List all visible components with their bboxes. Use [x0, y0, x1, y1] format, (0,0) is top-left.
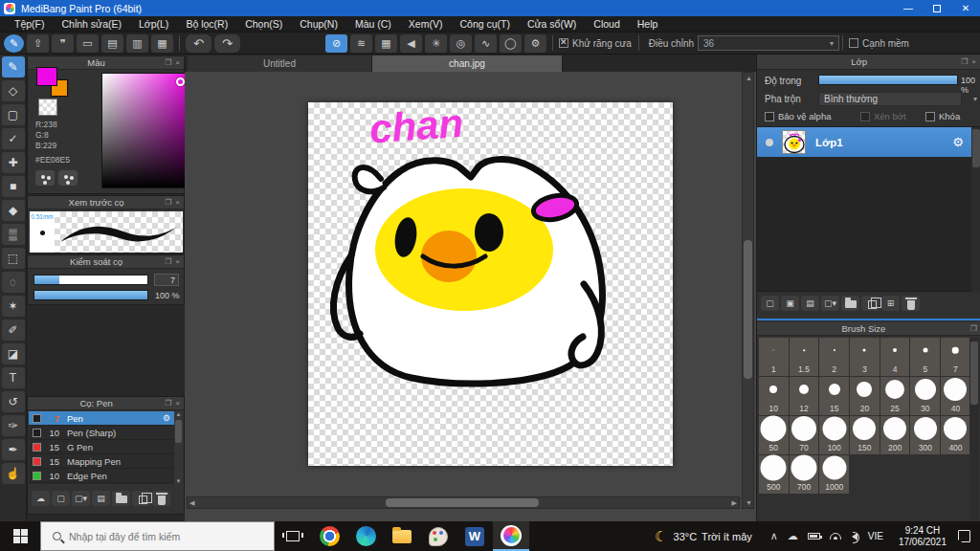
weather-desc[interactable]: Trời ít mây	[702, 531, 752, 542]
fill-rect-tool-button[interactable]: ■	[2, 176, 25, 197]
undo-button[interactable]: ↶	[186, 34, 212, 53]
brush-size-cell-3[interactable]: 3	[850, 338, 880, 376]
brush-size-cell-50[interactable]: 50	[759, 416, 789, 454]
menu-item-0[interactable]: Tệp(F)	[6, 16, 54, 33]
weather-temp[interactable]: 33°C	[674, 531, 698, 542]
popout-icon[interactable]: ❐	[165, 257, 171, 266]
hand-tool-button[interactable]: ☝	[2, 463, 25, 484]
brush-size-cell-2[interactable]: 2	[819, 338, 849, 376]
scroll-left-icon[interactable]: ◀	[189, 497, 194, 508]
saturation-value-picker[interactable]	[101, 73, 189, 188]
soft-edge-checkbox[interactable]	[849, 38, 858, 48]
merge-layer-button[interactable]: ⊞	[881, 296, 900, 311]
snap-grid-button[interactable]: ▦	[375, 34, 397, 53]
upload-button[interactable]: ⇧	[27, 34, 49, 53]
add-layer-button[interactable]: ▢	[761, 296, 779, 311]
document-list-button[interactable]: ▥	[126, 34, 148, 53]
scroll-right-icon[interactable]: ▶	[732, 497, 737, 508]
medibang-sync-button[interactable]: ✎	[4, 34, 24, 53]
popout-icon[interactable]: ❐	[961, 57, 968, 66]
duplicate-layer-button[interactable]	[861, 296, 880, 311]
color-picker-cursor[interactable]	[176, 77, 185, 86]
brush-size-cell-1000[interactable]: 1000	[819, 455, 849, 494]
menu-item-7[interactable]: Xem(V)	[400, 16, 452, 33]
blend-mode-dropdown[interactable]: Bình thường	[818, 92, 962, 106]
brush-size-cell-10[interactable]: 10	[759, 377, 789, 415]
add-layer-menu-button[interactable]: ▢▾	[821, 296, 839, 311]
select-pen-tool-button[interactable]: ✐	[2, 320, 25, 341]
tab-chan-jpg[interactable]: chan.jpg	[372, 55, 563, 72]
brush-width-value[interactable]: 7	[154, 274, 179, 286]
menu-item-6[interactable]: Màu (C)	[346, 16, 400, 33]
brush-size-cell-100[interactable]: 100	[819, 416, 849, 454]
snap-parallel-button[interactable]: ≋	[350, 34, 372, 53]
snap-vanishing-point-button[interactable]: ◀	[400, 34, 422, 53]
palette-button[interactable]	[35, 170, 55, 186]
close-button[interactable]: ✕	[951, 0, 980, 16]
brush-item-3[interactable]: 15Mapping Pen	[29, 454, 174, 469]
brush-size-cell-5[interactable]: 5	[910, 338, 940, 376]
word-button[interactable]: W	[457, 521, 493, 551]
gear-icon[interactable]: ⚙	[952, 135, 964, 149]
adjust-dropdown[interactable]: 36 ▾	[698, 35, 839, 51]
add-8bit-layer-button[interactable]: ▣	[781, 296, 799, 311]
brush-size-cell-300[interactable]: 300	[910, 416, 940, 454]
brush-size-cell-20[interactable]: 20	[850, 377, 880, 415]
close-icon[interactable]: ×	[175, 257, 180, 266]
move-tool-button[interactable]: ✚	[2, 152, 25, 173]
close-icon[interactable]: ×	[175, 58, 180, 67]
taskbar-clock[interactable]: 9:24 CH 17/06/2021	[899, 525, 947, 548]
menu-item-10[interactable]: Cloud	[585, 16, 628, 33]
bucket-tool-button[interactable]: ◆	[2, 200, 25, 221]
material-grid-button[interactable]: ▦	[151, 34, 173, 53]
select-tool-button[interactable]: ⬚	[2, 248, 25, 269]
layer-visibility-icon[interactable]	[766, 139, 773, 146]
action-center-icon[interactable]	[958, 530, 970, 542]
lasso-tool-button[interactable]: ◌	[2, 272, 25, 293]
brush-item-2[interactable]: 15G Pen	[29, 440, 174, 454]
lock-checkbox[interactable]	[925, 112, 935, 121]
snap-off-button[interactable]: ⊘	[325, 34, 347, 53]
scroll-up-icon[interactable]: ▲	[746, 73, 752, 83]
scroll-down-icon[interactable]: ▼	[746, 497, 752, 508]
onedrive-cloud-icon[interactable]: ☁	[788, 530, 798, 542]
popout-icon[interactable]: ❐	[165, 58, 171, 67]
delete-layer-button[interactable]	[902, 296, 920, 311]
redo-button[interactable]: ↷	[214, 34, 240, 53]
layer-opacity-slider[interactable]	[818, 75, 958, 85]
chat-button[interactable]: ▭	[77, 34, 99, 53]
rotate-tool-button[interactable]: ↺	[2, 391, 25, 412]
brush-folder-button[interactable]	[112, 491, 130, 506]
brush-opacity-slider[interactable]	[33, 290, 148, 300]
menu-item-5[interactable]: Chụp(N)	[291, 16, 346, 33]
brush-size-cell-7[interactable]: 7	[941, 338, 970, 376]
drawing-canvas[interactable]: chan	[308, 102, 673, 466]
duplicate-brush-button[interactable]	[132, 491, 150, 506]
language-indicator[interactable]: VIE	[868, 531, 883, 541]
document-button[interactable]: ▤	[101, 34, 123, 53]
foreground-color-swatch[interactable]	[36, 67, 57, 86]
brush-tool-button[interactable]: ✎	[2, 56, 25, 77]
layer-row-lop1[interactable]: Lớp1 ⚙	[757, 127, 971, 157]
close-icon[interactable]: ×	[175, 399, 180, 408]
brush-size-cell-700[interactable]: 700	[790, 455, 819, 494]
weather-moon-icon[interactable]: ☾	[655, 528, 667, 545]
menu-item-3[interactable]: Bộ lọc(R)	[177, 16, 236, 33]
scroll-down-icon[interactable]: ▼	[174, 478, 183, 484]
tray-chevron-icon[interactable]: ∧	[770, 530, 778, 542]
brush-size-cell-25[interactable]: 25	[880, 377, 910, 415]
file-explorer-button[interactable]	[384, 521, 420, 551]
taskbar-search[interactable]	[40, 521, 275, 551]
canvas-vertical-scrollbar[interactable]: ▲ ▼	[742, 72, 754, 509]
minimize-button[interactable]: —	[894, 0, 923, 16]
brush-size-cell-40[interactable]: 40	[941, 377, 970, 415]
text-tool-button[interactable]: T	[2, 367, 25, 388]
snap-settings-button[interactable]: ⚙	[524, 34, 546, 53]
maximize-button[interactable]	[923, 0, 951, 16]
chrome-button[interactable]	[311, 521, 347, 551]
add-1bit-layer-button[interactable]: ▤	[801, 296, 819, 311]
snap-curve-button[interactable]: ∿	[475, 34, 497, 53]
gradient-tool-button[interactable]: ▒	[2, 224, 25, 245]
close-icon[interactable]: ×	[175, 198, 180, 207]
palette-add-button[interactable]	[58, 170, 78, 186]
